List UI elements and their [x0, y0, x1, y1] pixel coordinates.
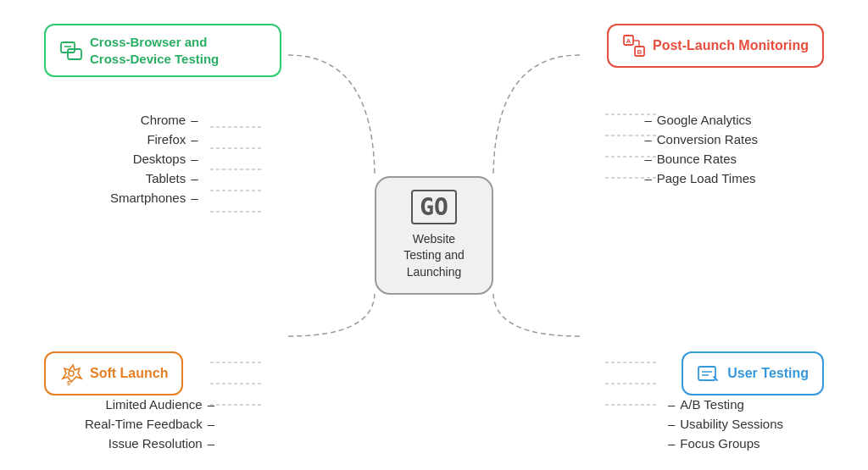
list-item: Chrome — [110, 110, 198, 130]
list-bottom-right: A/B Testing Usability Sessions Focus Gro… — [668, 395, 783, 453]
list-item: Page Load Times — [644, 169, 758, 188]
cross-browser-icon — [59, 39, 83, 63]
list-item: Usability Sessions — [668, 414, 783, 434]
topic-label-soft-launch: Soft Launch — [90, 366, 168, 381]
list-top-right: Google Analytics Conversion Rates Bounce… — [644, 110, 758, 188]
topic-label-post-launch: Post-Launch Monitoring — [653, 38, 809, 53]
user-testing-icon — [697, 362, 721, 385]
list-item: Limited Audience — [85, 395, 214, 414]
go-icon: GO — [411, 190, 457, 224]
soft-launch-icon: $ — [59, 362, 83, 385]
svg-rect-26 — [698, 367, 715, 380]
svg-text:$: $ — [67, 380, 70, 385]
diagram-container: GO Website Testing and Launching Cross-B… — [0, 0, 868, 470]
list-item: Conversion Rates — [644, 130, 758, 149]
list-top-left: Chrome Firefox Desktops Tablets Smartpho… — [110, 110, 198, 207]
svg-text:B: B — [637, 48, 643, 56]
topic-label-cross-browser: Cross-Browser andCross-Device Testing — [90, 34, 219, 67]
topic-box-post-launch: A B Post-Launch Monitoring — [607, 24, 824, 68]
list-item: Tablets — [110, 169, 198, 188]
list-item: Smartphones — [110, 188, 198, 207]
list-item: Bounce Rates — [644, 149, 758, 169]
svg-point-24 — [69, 371, 74, 376]
list-item: Google Analytics — [644, 110, 758, 130]
topic-box-user-testing: User Testing — [682, 351, 824, 395]
topic-label-user-testing: User Testing — [727, 366, 809, 381]
list-item: Desktops — [110, 149, 198, 169]
center-node: GO Website Testing and Launching — [375, 176, 493, 295]
topic-box-soft-launch: $ Soft Launch — [44, 351, 183, 395]
list-item: Real-Time Feedback — [85, 414, 214, 434]
topic-box-cross-browser: Cross-Browser andCross-Device Testing — [44, 24, 281, 77]
list-item: A/B Testing — [668, 395, 783, 414]
list-item: Issue Resolution — [85, 434, 214, 453]
post-launch-icon: A B — [622, 34, 646, 58]
list-bottom-left: Limited Audience Real-Time Feedback Issu… — [85, 395, 214, 453]
svg-text:A: A — [626, 37, 632, 45]
center-label: Website Testing and Launching — [403, 231, 465, 281]
list-item: Firefox — [110, 130, 198, 149]
list-item: Focus Groups — [668, 434, 783, 453]
